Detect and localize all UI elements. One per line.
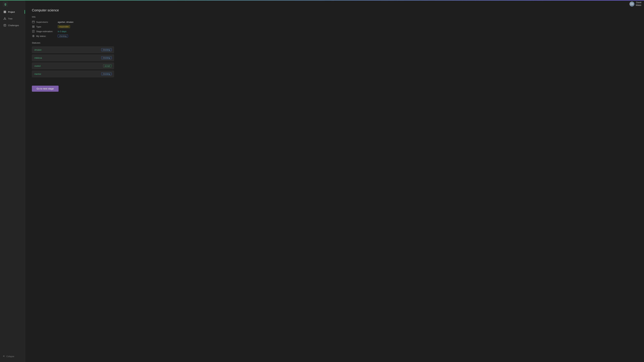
stage-estimation-row: Stage estimation: in 3 days (32, 30, 637, 33)
type-row: Type: responsible (32, 25, 637, 28)
app-logo: g (3, 1, 8, 7)
sidebar-item-tree[interactable]: Tree (1, 15, 24, 22)
supervisors-label: Supervisors: (36, 21, 56, 23)
top-accent-bar (0, 0, 644, 0)
svg-rect-3 (5, 12, 6, 13)
my-status-badge: checking (58, 34, 68, 37)
svg-rect-13 (32, 21, 34, 23)
stage-estimation-label: Stage estimation: (36, 30, 56, 33)
status-row: dmalanchecking (32, 46, 114, 53)
status-badge: accept (103, 64, 112, 67)
tree-icon (3, 17, 6, 20)
avatar: DM (630, 1, 634, 6)
svg-rect-2 (4, 12, 5, 13)
next-stage-button[interactable]: Go to next stage (32, 86, 58, 92)
svg-point-26 (33, 36, 34, 36)
sidebar-item-project-label: Project (8, 11, 15, 13)
svg-rect-20 (34, 27, 34, 28)
chevrons-left-icon (2, 355, 5, 358)
svg-rect-1 (5, 11, 6, 12)
svg-rect-10 (4, 24, 6, 26)
svg-line-9 (5, 18, 6, 19)
stage-estimation-icon (32, 30, 35, 33)
statuses-section: Statuses dmalancheckingmbilovacheckingvs… (32, 41, 637, 77)
svg-line-8 (4, 18, 5, 19)
user-last-name: Malan (636, 4, 641, 7)
info-section-title: Info (32, 15, 637, 18)
status-badge: checking (101, 48, 112, 51)
status-badge: checking (101, 72, 112, 75)
supervisors-icon (32, 20, 35, 23)
supervisors-row: Supervisors: agarber, dmalan (32, 20, 637, 23)
svg-point-5 (4, 19, 4, 19)
my-status-row: My status: checking (32, 34, 637, 37)
svg-rect-18 (34, 26, 34, 26)
status-rows: dmalancheckingmbilovacheckingvsokolaccep… (32, 46, 114, 77)
type-badge: responsible (58, 25, 70, 28)
page-title: Computer science (32, 8, 637, 12)
my-status-icon (32, 34, 35, 37)
collapse-label: Collapse (6, 355, 14, 358)
statuses-section-title: Statuses (32, 41, 637, 44)
svg-rect-19 (32, 27, 33, 28)
status-badge: checking (101, 56, 112, 59)
stage-estimation-value: in 3 days (58, 30, 66, 33)
sidebar: g Project (0, 0, 25, 362)
sidebar-item-challenges[interactable]: Challenges (1, 22, 24, 28)
sidebar-item-challenges-label: Challenges (8, 24, 19, 27)
svg-point-6 (6, 19, 6, 19)
collapse-button[interactable]: Collapse (0, 353, 25, 360)
svg-rect-17 (32, 26, 33, 26)
sidebar-item-tree-label: Tree (8, 17, 12, 20)
sidebar-item-project[interactable]: Project (1, 9, 24, 15)
avatar-image: DM (630, 1, 634, 6)
my-status-label: My status: (36, 35, 56, 37)
user-first-name: David (636, 1, 641, 4)
status-username: vsokol (34, 65, 40, 67)
next-stage-area: Go to next stage (32, 82, 637, 92)
project-icon (3, 10, 6, 13)
type-icon (32, 25, 35, 28)
status-row: mentorchecking (32, 70, 114, 77)
user-area: DM David Malan (630, 1, 641, 6)
status-username: mbilova (34, 57, 42, 59)
challenges-icon (3, 24, 6, 27)
supervisors-value: agarber, dmalan (58, 21, 74, 23)
svg-point-4 (5, 17, 5, 18)
type-label: Type: (36, 25, 56, 28)
status-row: mbilovachecking (32, 54, 114, 61)
user-name-display: David Malan (636, 1, 641, 6)
logo-area: g (3, 1, 8, 7)
status-row: vsokolaccept (32, 62, 114, 69)
nav-items: Project Tree (0, 8, 25, 353)
status-username: mentor (34, 73, 41, 75)
status-username: dmalan (34, 49, 42, 51)
main-content: Computer science Info Supervisors: agarb… (25, 0, 644, 362)
info-section: Info Supervisors: agarber, dmalan (32, 15, 637, 37)
svg-rect-0 (4, 11, 5, 12)
